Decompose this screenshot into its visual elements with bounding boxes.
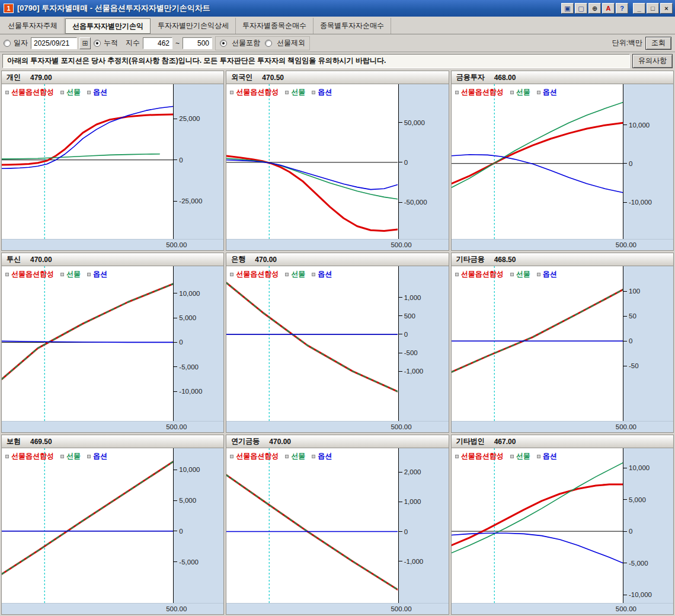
legend-item: 선물옵션합성	[5, 451, 54, 461]
cumulative-radio-label: 누적	[104, 38, 118, 48]
futures-exclude-radio[interactable]	[265, 40, 272, 47]
font-size-icon[interactable]: A	[602, 3, 615, 14]
investor-name: 금융투자	[456, 72, 485, 82]
y-tick-label: -50,000	[399, 199, 427, 206]
x-axis-label: 500.00	[166, 241, 187, 248]
legend-marker-icon	[87, 455, 91, 458]
legend-marker-icon	[285, 91, 289, 94]
legend-marker-icon	[87, 91, 91, 94]
maximize-button[interactable]: □	[647, 3, 659, 14]
chart-header: 기타금융 468.50	[452, 253, 673, 266]
search-button[interactable]: 조회	[645, 37, 671, 50]
legend-label: 옵션	[318, 87, 332, 97]
legend-item: 옵션	[87, 269, 107, 279]
legend-label: 옵션	[93, 87, 107, 97]
close-button[interactable]: ×	[660, 3, 673, 14]
legend-marker-icon	[285, 273, 289, 276]
y-tick-label: 50,000	[399, 119, 425, 126]
pin-icon[interactable]: ⊕	[588, 3, 601, 14]
legend-marker-icon	[537, 91, 540, 94]
legend-label: 선물옵션합성	[236, 451, 279, 461]
disclaimer-button[interactable]: 유의사항	[632, 54, 673, 68]
chart-area: 선물옵션합성선물옵션 100500-50 500.00	[452, 266, 673, 432]
series-line	[226, 283, 398, 391]
legend-label: 옵션	[93, 269, 107, 279]
chart-header: 외국인 470.50	[226, 71, 448, 84]
investor-name: 기타금융	[456, 254, 485, 264]
chart-svg	[2, 84, 173, 239]
legend-label: 옵션	[543, 451, 557, 461]
tab-futopt-expiry-pnl[interactable]: 선옵투자자별만기손익	[65, 18, 151, 34]
chart-panel: 은행 470.00 선물옵션합성선물옵션 1,0005000-500-1,000…	[226, 253, 449, 433]
y-axis: 10,0005,0000-5,000-10,000	[174, 266, 223, 421]
legend-item: 선물옵션합성	[230, 269, 279, 279]
x-axis: 500.00	[226, 239, 448, 250]
legend-item: 선물	[60, 87, 81, 97]
notice-bar: 아래의 투자자별 포지션은 당사 추정치(유의사항 참조)입니다. 모든 투자판…	[0, 52, 675, 69]
legend-label: 선물	[516, 451, 530, 461]
legend-item: 선물	[285, 269, 305, 279]
series-line	[2, 154, 159, 159]
chart-svg	[452, 84, 623, 239]
tile-windows-icon[interactable]: ▣	[561, 3, 574, 14]
chart-legend: 선물옵션합성선물옵션	[455, 451, 557, 461]
cumulative-radio[interactable]	[94, 40, 101, 47]
legend-marker-icon	[87, 273, 91, 276]
chart-grid: 개인 479.00 선물옵션합성선물옵션 25,0000-25,000 500.…	[0, 69, 675, 616]
x-axis: 500.00	[226, 603, 448, 614]
plot-area	[2, 266, 174, 421]
legend-label: 선물	[516, 87, 530, 97]
cascade-windows-icon[interactable]: ▢	[575, 3, 587, 14]
calendar-icon[interactable]: ⊞	[79, 37, 91, 49]
investor-name: 연기금등	[231, 436, 260, 446]
chart-legend: 선물옵션합성선물옵션	[455, 269, 557, 279]
series-line	[2, 284, 173, 379]
chart-legend: 선물옵션합성선물옵션	[5, 269, 107, 279]
legend-item: 선물	[510, 87, 530, 97]
y-tick-label: -25,000	[174, 197, 202, 205]
legend-item: 선물	[285, 451, 305, 461]
date-input[interactable]	[31, 37, 77, 49]
date-radio[interactable]	[4, 40, 11, 47]
legend-item: 선물	[510, 269, 530, 279]
chart-header: 은행 470.00	[226, 253, 448, 266]
tab-futures-investors[interactable]: 선물투자자주체	[1, 18, 65, 34]
chart-header: 연기금등 470.00	[226, 435, 448, 448]
legend-marker-icon	[510, 273, 514, 276]
series-line	[2, 462, 173, 574]
y-axis: 10,0000-10,000	[623, 84, 673, 239]
investor-name: 기타법인	[456, 436, 485, 446]
tab-expiry-pnl-detail[interactable]: 투자자별만기손익상세	[151, 18, 236, 34]
plot-area	[452, 84, 623, 239]
legend-label: 선물옵션합성	[236, 87, 279, 97]
legend-item: 선물옵션합성	[455, 451, 504, 461]
y-tick-label: 0	[623, 160, 632, 167]
minimize-button[interactable]: _	[633, 3, 645, 14]
index-to-input[interactable]	[183, 37, 212, 49]
tab-net-buy-by-investor[interactable]: 투자자별종목순매수	[236, 18, 313, 34]
y-tick-label: 500	[399, 312, 415, 320]
help-icon[interactable]: ?	[616, 3, 628, 14]
legend-marker-icon	[312, 91, 315, 94]
legend-label: 선물	[291, 87, 305, 97]
investor-name: 은행	[231, 254, 245, 264]
notice-text: 아래의 투자자별 포지션은 당사 추정치(유의사항 참조)입니다. 모든 투자판…	[2, 54, 630, 68]
legend-label: 옵션	[318, 269, 332, 279]
series-line	[226, 160, 398, 190]
chart-svg	[226, 84, 398, 239]
legend-marker-icon	[510, 455, 514, 458]
tab-net-buy-by-item[interactable]: 종목별투자자순매수	[313, 18, 391, 34]
chart-legend: 선물옵션합성선물옵션	[230, 451, 332, 461]
window-title: [0790] 투자자별매매 - 선물옵션투자자자별만기손익차트	[17, 3, 560, 14]
legend-marker-icon	[60, 455, 64, 458]
chart-legend: 선물옵션합성선물옵션	[230, 269, 332, 279]
legend-label: 선물옵션합성	[11, 451, 54, 461]
legend-marker-icon	[455, 455, 459, 458]
legend-marker-icon	[5, 455, 9, 458]
futures-include-radio[interactable]	[220, 40, 227, 47]
legend-marker-icon	[455, 91, 459, 94]
chart-header: 보험 469.50	[2, 435, 223, 448]
x-axis: 500.00	[452, 421, 673, 432]
y-tick-label: 0	[399, 331, 408, 338]
index-from-input[interactable]	[143, 37, 172, 49]
